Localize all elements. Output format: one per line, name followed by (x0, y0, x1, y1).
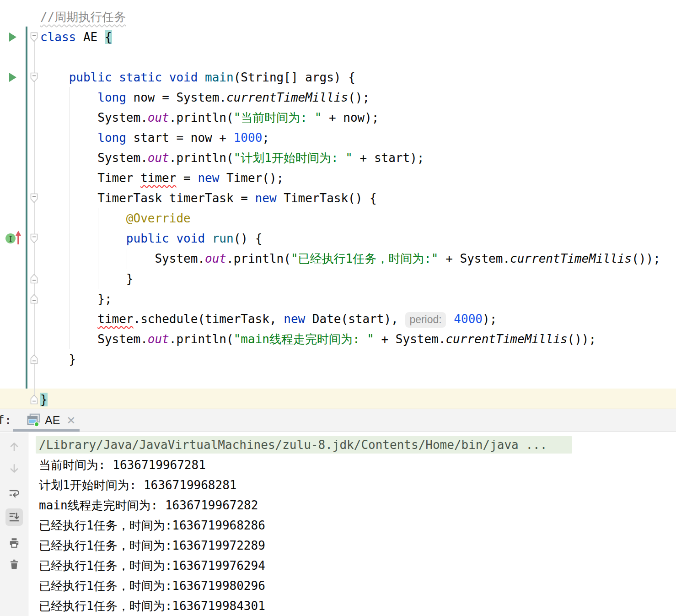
code-segment: long (97, 131, 126, 145)
code-segment: ); (483, 312, 497, 326)
code-line[interactable]: long now = System.currentTimeMillis(); (40, 87, 676, 108)
code-segment (112, 70, 119, 84)
code-segment: public (69, 70, 112, 84)
code-line[interactable]: } (40, 349, 676, 369)
code-line[interactable]: }; (40, 289, 676, 309)
code-segment: .println( (226, 252, 291, 265)
code-segment: currentTimeMillis (510, 252, 632, 265)
code-segment: TimerTask timerTask = (40, 191, 255, 205)
code-segment: (String[] args) { (234, 70, 355, 84)
code-segment: .schedule(timerTask, (134, 312, 284, 326)
fold-collapse-icon[interactable] (30, 32, 38, 44)
overriding-method-icon[interactable]: I (5, 229, 23, 248)
fold-collapse-end-icon[interactable] (30, 354, 38, 366)
code-line[interactable]: Timer timer = new Timer(); (40, 168, 676, 188)
code-segment: out (148, 151, 169, 165)
fold-collapse-icon[interactable] (30, 72, 38, 84)
console-toolbar (0, 432, 28, 616)
code-line[interactable]: TimerTask timerTask = new TimerTask() { (40, 188, 676, 208)
code-segment: .println( (169, 151, 234, 165)
main-declaration-line[interactable]: public static void main(String[] args) { (40, 67, 676, 87)
up-arrow-icon[interactable] (5, 438, 23, 455)
code-line[interactable]: long start = now + 1000; (40, 128, 676, 148)
code-segment: + now); (322, 111, 379, 124)
close-icon[interactable]: ✕ (66, 414, 75, 427)
code-area[interactable]: //周期执行任务class AE { public static void ma… (40, 7, 676, 409)
code-line[interactable]: System.out.println("当前时间为: " + now); (40, 108, 676, 128)
svg-text:I: I (9, 234, 12, 243)
fold-collapse-icon[interactable] (30, 193, 38, 205)
cutoff-tool-window-label: f: (0, 413, 11, 427)
console-output[interactable]: /Library/Java/JavaVirtualMachines/zulu-8… (28, 432, 676, 616)
down-arrow-icon[interactable] (5, 460, 23, 477)
editor-pane[interactable]: //周期执行任务class AE { public static void ma… (0, 0, 676, 409)
code-segment: } (40, 272, 134, 286)
class-closing-line[interactable]: } (40, 389, 676, 409)
code-segment: + start); (353, 151, 424, 165)
console-output-line: 当前时间为: 1636719967281 (39, 455, 676, 475)
fold-collapse-icon[interactable] (30, 233, 38, 245)
code-segment: void (176, 232, 205, 245)
code-segment: "已经执行1任务，时间为:" (291, 252, 439, 265)
blank-line[interactable] (40, 47, 676, 67)
run-button-icon[interactable] (9, 73, 16, 82)
code-segment (40, 131, 97, 145)
code-segment: System. (40, 111, 148, 124)
code-segment: "计划1开始时间为: " (234, 151, 353, 165)
code-line[interactable]: } (40, 269, 676, 289)
run-window-icon (27, 413, 40, 428)
code-segment: out (148, 332, 169, 346)
clear-icon[interactable] (5, 556, 23, 573)
vcs-change-marker[interactable] (26, 27, 27, 389)
code-line[interactable]: System.out.println("已经执行1任务，时间为:" + Syst… (40, 249, 676, 269)
code-segment: out (205, 252, 226, 265)
soft-wrap-icon[interactable] (5, 485, 23, 503)
fold-range-line (34, 37, 35, 399)
annotation-line[interactable]: @Override (40, 208, 676, 228)
run-tab-ae[interactable]: AE ✕ (20, 409, 82, 432)
code-segment: out (148, 111, 169, 124)
fold-collapse-end-icon[interactable] (30, 294, 38, 306)
code-segment: ()); (568, 332, 596, 346)
comment-line[interactable]: //周期执行任务 (40, 7, 676, 27)
parameter-hint: period: (405, 312, 445, 328)
code-segment: ; (262, 131, 269, 145)
code-line[interactable]: timer.schedule(timerTask, new Date(start… (40, 309, 676, 329)
code-segment: ()); (632, 252, 660, 265)
code-segment: = (176, 171, 198, 185)
code-line[interactable]: System.out.println("main线程走完时间为: " + Sys… (40, 329, 676, 349)
code-segment: + System. (439, 252, 510, 265)
blank-line[interactable] (40, 369, 676, 389)
code-segment: static (119, 70, 162, 84)
console-output-line: 已经执行1任务，时间为:1636719984301 (39, 596, 676, 616)
console-output-line: 计划1开始时间为: 1636719968281 (39, 475, 676, 495)
code-segment: + System. (374, 332, 446, 346)
console-output-line: 已经执行1任务，时间为:1636719972289 (39, 535, 676, 556)
code-segment: "main线程走完时间为: " (234, 332, 374, 346)
code-segment: public (126, 232, 169, 245)
fold-collapse-end-icon[interactable] (30, 274, 38, 286)
code-segment: }; (40, 292, 112, 306)
ide-window: //周期执行任务class AE { public static void ma… (0, 0, 676, 616)
run-declaration-line[interactable]: public void run() { (40, 228, 676, 249)
code-segment (169, 232, 177, 245)
code-line[interactable]: System.out.println("计划1开始时间为: " + start)… (40, 148, 676, 168)
console-output-line: 已经执行1任务，时间为:1636719980296 (39, 576, 676, 596)
code-segment: .println( (169, 111, 234, 124)
code-segment: long (97, 91, 126, 104)
print-icon[interactable] (5, 534, 23, 551)
code-segment: currentTimeMillis (445, 332, 567, 346)
class-declaration-line[interactable]: class AE { (40, 27, 676, 47)
code-segment: @Override (126, 211, 191, 225)
code-segment (40, 312, 97, 326)
code-segment: "当前时间为: " (234, 111, 322, 124)
fold-collapse-end-icon[interactable] (30, 394, 38, 406)
scroll-to-end-icon[interactable] (5, 508, 23, 526)
code-segment (198, 70, 205, 84)
code-segment: currentTimeMillis (226, 91, 348, 104)
code-segment: new (198, 171, 219, 185)
code-segment: AE (76, 30, 105, 44)
run-tab-bar: f: AE ✕ (0, 409, 676, 432)
code-segment: 1000 (234, 131, 263, 145)
run-button-icon[interactable] (9, 32, 16, 42)
